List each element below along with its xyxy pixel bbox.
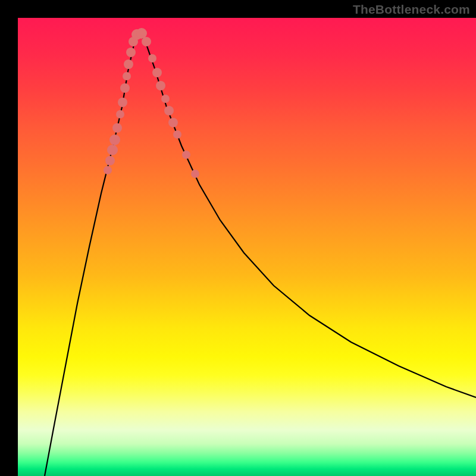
data-point [152, 68, 162, 77]
data-point [118, 98, 127, 107]
data-point [148, 54, 156, 62]
data-point [120, 83, 130, 93]
data-point [142, 37, 151, 46]
data-point [107, 145, 118, 155]
data-point [104, 166, 112, 174]
data-point [109, 134, 120, 145]
bottleneck-curve-path [45, 33, 476, 476]
chart-frame: TheBottleneck.com [0, 0, 476, 476]
bottleneck-curve-svg [18, 18, 476, 476]
data-point [156, 81, 165, 90]
data-point [191, 170, 199, 178]
data-point [105, 156, 115, 165]
data-point [164, 106, 174, 115]
data-point [112, 123, 122, 133]
data-point [116, 110, 124, 118]
data-point [126, 48, 136, 57]
data-point [173, 130, 181, 139]
data-point [124, 60, 133, 69]
data-point [161, 95, 170, 103]
data-point [168, 118, 178, 127]
plot-area [18, 18, 476, 476]
data-point [182, 151, 190, 159]
watermark-label: TheBottleneck.com [353, 2, 470, 17]
data-points-group [104, 28, 199, 178]
data-point [123, 72, 131, 80]
